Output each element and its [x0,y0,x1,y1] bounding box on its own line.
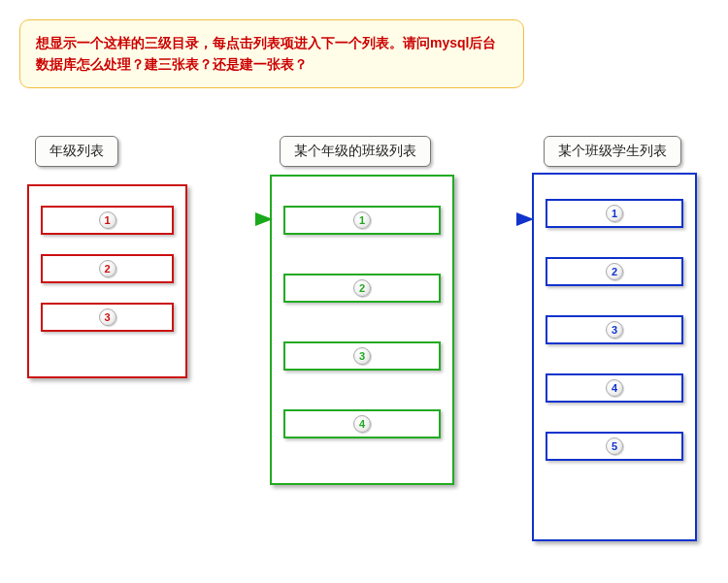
student-item-2[interactable]: 2 [546,257,683,286]
student-item-1-number: 1 [606,205,623,222]
grade-item-1-number: 1 [99,211,116,229]
student-item-5[interactable]: 5 [546,432,683,461]
label-student-text: 某个班级学生列表 [558,143,667,158]
arrow-class-to-student [454,210,534,229]
class-item-4-number: 4 [353,415,371,433]
grade-item-3-number: 3 [99,308,116,326]
grade-list: 1 2 3 [27,184,187,378]
label-grade: 年级列表 [35,136,118,167]
grade-item-2-number: 2 [99,260,116,277]
class-item-2-number: 2 [353,279,371,297]
label-student: 某个班级学生列表 [544,136,681,167]
question-box: 想显示一个这样的三级目录，每点击列表项进入下一个列表。请问mysql后台数据库怎… [19,19,524,88]
student-item-1[interactable]: 1 [546,199,683,228]
class-item-1[interactable]: 1 [283,206,441,235]
class-list: 1 2 3 4 [270,175,454,485]
student-item-3[interactable]: 3 [546,315,683,344]
grade-item-3[interactable]: 3 [41,303,174,332]
class-item-1-number: 1 [353,211,371,229]
student-item-3-number: 3 [606,321,623,339]
label-class: 某个年级的班级列表 [280,136,431,167]
arrow-grade-to-class [187,210,273,229]
label-grade-text: 年级列表 [50,143,104,158]
class-item-2[interactable]: 2 [283,274,441,303]
class-item-3[interactable]: 3 [283,341,441,371]
student-item-4-number: 4 [606,379,623,397]
student-item-2-number: 2 [606,263,623,280]
student-item-4[interactable]: 4 [546,373,683,403]
grade-item-1[interactable]: 1 [41,206,174,235]
student-list: 1 2 3 4 5 [532,173,697,541]
class-item-3-number: 3 [353,347,371,365]
student-item-5-number: 5 [606,437,623,455]
grade-item-2[interactable]: 2 [41,254,174,283]
question-text: 想显示一个这样的三级目录，每点击列表项进入下一个列表。请问mysql后台数据库怎… [36,35,496,72]
class-item-4[interactable]: 4 [283,409,441,438]
label-class-text: 某个年级的班级列表 [294,143,416,158]
